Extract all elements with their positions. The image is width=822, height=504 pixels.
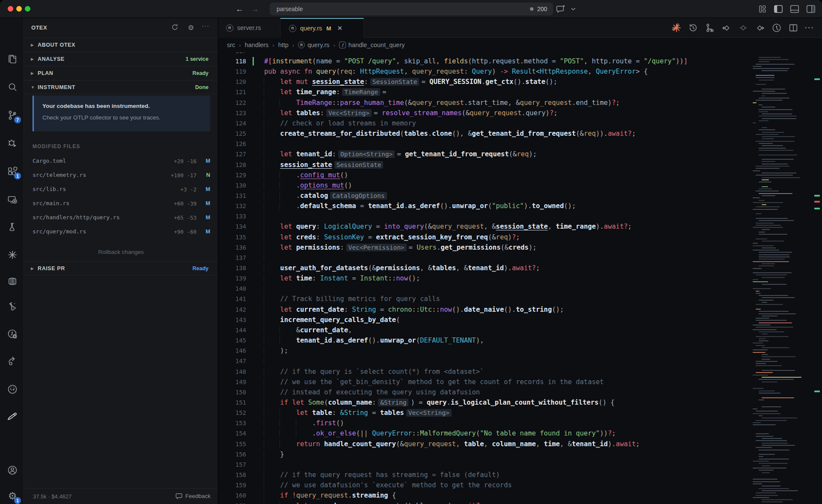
code-line: 161 let records = query.execute(table_na… (218, 501, 822, 504)
breadcrumb-item-src[interactable]: src (227, 42, 235, 48)
back-arrow-icon[interactable]: ← (235, 5, 243, 14)
diamond-icon[interactable] (738, 23, 748, 33)
modified-file-row[interactable]: src/telemetry.rs +100 -17 N (24, 168, 218, 182)
refresh-icon[interactable] (171, 24, 179, 31)
minimap-line (759, 340, 768, 341)
commit-graph-icon[interactable] (771, 23, 782, 33)
modified-file-row[interactable]: src/query/mod.rs +90 -60 M (24, 225, 218, 239)
minimap-line (762, 354, 768, 355)
minimap-line (753, 422, 761, 423)
modified-file-row[interactable]: Cargo.toml +20 -16 M (24, 154, 218, 168)
minimap-line (762, 177, 800, 178)
minimap-line (753, 227, 783, 228)
project-pill[interactable]: parseable 200 (270, 3, 553, 15)
activity-item-package-icon[interactable] (7, 276, 18, 287)
section-label: ANALYSE (38, 56, 65, 62)
code-line: 150 // instead of executing the query us… (218, 387, 822, 397)
minimap-line (759, 393, 780, 394)
more-icon[interactable]: ··· (805, 24, 814, 32)
tab-server.rs[interactable]: R server.rs (218, 18, 280, 38)
feedback-label: Feedback (185, 493, 211, 499)
minimize-window-button[interactable] (16, 6, 22, 12)
panel-right-icon[interactable] (806, 4, 816, 14)
tab-query.rs[interactable]: R query.rsM✕ (280, 18, 364, 38)
minimap-line (756, 225, 781, 226)
chevron-down-icon[interactable] (571, 7, 576, 11)
activity-item-extensions-icon[interactable]: 1 (7, 166, 18, 177)
diamond-prev-icon[interactable] (721, 23, 732, 33)
sidebar-section-about-otex[interactable]: ▶ ABOUT OTEX (24, 38, 218, 52)
activity-item-files-icon[interactable] (7, 54, 18, 65)
line-number: 126 (218, 139, 246, 149)
minimap-line (762, 359, 770, 360)
split-icon[interactable] (788, 23, 798, 33)
activity-item-starburst-icon[interactable] (7, 249, 18, 260)
history-icon[interactable] (688, 23, 698, 33)
sidebar-section-analyse[interactable]: ▶ ANALYSE1 service (24, 52, 218, 66)
minimap-line (762, 316, 777, 316)
code-line: 138 user_auth_for_datasets(&permissions,… (218, 263, 822, 273)
activity-item-github-icon[interactable] (7, 384, 18, 395)
minimap-line (759, 488, 789, 489)
breadcrumb-item-http[interactable]: http (278, 42, 289, 48)
close-window-button[interactable] (8, 6, 13, 12)
titlebar: ← → parseable 200 (0, 0, 822, 18)
activity-item-labs-icon[interactable] (7, 301, 18, 312)
minimap-line (756, 320, 787, 321)
spark-icon[interactable] (671, 23, 682, 33)
code-line: 117 (218, 52, 822, 56)
breadcrumb-item-handlers[interactable]: handlers (245, 42, 269, 48)
breadcrumb[interactable]: src›handlers›http›Rquery.rs›fhandle_coun… (227, 38, 698, 52)
file-path: src/telemetry.rs (33, 172, 86, 178)
panel-left-icon[interactable] (773, 4, 783, 14)
zoom-window-button[interactable] (25, 6, 30, 12)
minimap-line (753, 68, 789, 69)
activity-item-commit-search-icon[interactable] (7, 328, 18, 340)
minimap-line (762, 161, 775, 162)
minimap-line (762, 248, 776, 248)
activity-item-remote-icon[interactable] (7, 194, 18, 205)
sidebar-section-raise-pr[interactable]: ▶ RAISE PR Ready (24, 261, 218, 275)
panel-bottom-icon[interactable] (789, 4, 800, 14)
code-line: 154 .ok_or_else(|| QueryError::Malformed… (218, 428, 822, 438)
git-merge-icon[interactable] (705, 23, 715, 33)
minimap-line (753, 243, 758, 244)
sidebar-section-instrument[interactable]: ▼ INSTRUMENTDone (24, 80, 218, 94)
line-number: 130 (218, 180, 246, 191)
diamond-next-icon[interactable] (755, 23, 765, 33)
forward-arrow-icon[interactable]: → (251, 5, 259, 14)
project-name: parseable (277, 6, 303, 12)
activity-item-account-icon[interactable] (7, 465, 18, 476)
feedback-button[interactable]: Feedback (176, 493, 211, 499)
modified-file-row[interactable]: src/main.rs +60 -39 M (24, 197, 218, 211)
sidebar-section-plan[interactable]: ▶ PLANReady (24, 66, 218, 80)
layout-icon[interactable] (758, 4, 767, 14)
rollback-changes-button[interactable]: Rollback changes (24, 246, 218, 259)
code-line: 151 if let Some(column_name:&String) = q… (218, 397, 822, 408)
more-icon[interactable]: ··· (202, 22, 209, 29)
code-editor[interactable]: 117118#[instrument(name = "POST /query",… (218, 52, 822, 504)
minimap-line (762, 89, 785, 89)
modified-file-row[interactable]: src/lib.rs +3 -2 M (24, 182, 218, 197)
gear-icon[interactable]: ⚙ (188, 24, 194, 32)
activity-item-search-icon[interactable] (7, 81, 18, 92)
modified-file-row[interactable]: src/handlers/http/query.rs +65 -53 M (24, 211, 218, 225)
tab-label: query.rs (300, 25, 322, 32)
minimap-line (759, 104, 762, 105)
comment-sparkle-icon[interactable] (556, 5, 566, 13)
activity-item-git-branch-icon[interactable]: 7 (7, 110, 18, 121)
breadcrumb-item-handle_count_query[interactable]: fhandle_count_query (339, 42, 405, 48)
minimap[interactable] (751, 52, 801, 504)
close-icon[interactable]: ✕ (337, 24, 343, 32)
activity-item-gear-icon[interactable]: ⚙1 (7, 490, 18, 501)
activity-item-pencil-icon[interactable] (7, 411, 18, 422)
line-number: 131 (218, 191, 246, 201)
activity-item-beaker-icon[interactable] (7, 221, 18, 233)
code-line: 153 .first() (218, 418, 822, 428)
code-line: 126 (218, 139, 822, 149)
activity-item-share-icon[interactable] (7, 355, 18, 367)
activity-item-debug-icon[interactable] (7, 137, 18, 149)
code-line: 130 .options_mut() (218, 180, 822, 191)
line-number: 157 (218, 459, 246, 470)
breadcrumb-item-query.rs[interactable]: Rquery.rs (298, 42, 329, 48)
